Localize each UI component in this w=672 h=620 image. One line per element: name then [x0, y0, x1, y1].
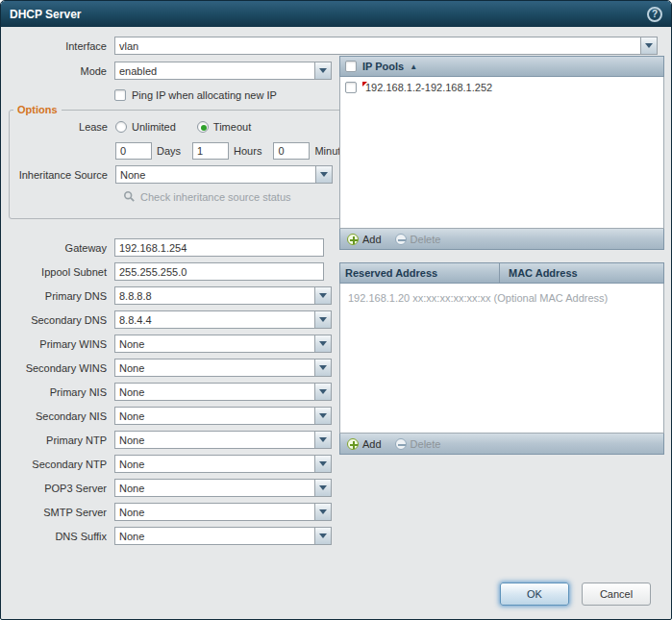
inheritance-source-select[interactable]	[115, 165, 333, 184]
row-checkbox[interactable]	[345, 82, 357, 93]
lease-row: Lease Unlimited Timeout	[10, 117, 363, 136]
chevron-down-icon[interactable]	[314, 384, 331, 400]
ip-pools-header[interactable]: IP Pools ▲	[339, 56, 664, 77]
secondary-dns-select[interactable]	[114, 310, 332, 329]
secondary-wins-input[interactable]	[115, 360, 314, 376]
hours-input[interactable]	[192, 142, 229, 160]
secondary-nis-select[interactable]	[114, 407, 332, 425]
primary-wins-select[interactable]	[114, 335, 332, 353]
chevron-down-icon[interactable]	[314, 287, 331, 304]
dhcp-server-dialog: DHCP Server ? Interface Mode Ping IP whe…	[0, 0, 672, 620]
chevron-down-icon[interactable]	[640, 37, 657, 54]
chevron-down-icon[interactable]	[314, 480, 331, 496]
secondary-ntp-select[interactable]	[114, 455, 332, 473]
ok-button[interactable]: OK	[500, 583, 569, 606]
ip-pools-header-label: IP Pools	[362, 61, 404, 72]
chevron-down-icon[interactable]	[314, 360, 331, 376]
primary-nis-row: Primary NIS	[1, 380, 339, 404]
inheritance-source-input[interactable]	[116, 166, 315, 183]
chevron-down-icon[interactable]	[314, 504, 331, 520]
pop3-server-label: POP3 Server	[1, 483, 107, 494]
reserved-delete-button[interactable]: Delete	[395, 438, 441, 450]
triangle-glyph	[319, 365, 327, 370]
secondary-ntp-input[interactable]	[115, 456, 314, 472]
minus-icon	[395, 234, 407, 245]
primary-nis-select[interactable]	[114, 383, 332, 401]
triangle-glyph	[319, 509, 327, 514]
options-legend: Options	[13, 104, 62, 115]
gateway-input[interactable]	[114, 238, 324, 257]
ip-pools-body: 192.168.1.2-192.168.1.252	[339, 77, 664, 229]
reserved-address-header[interactable]: Reserved Address	[340, 263, 500, 283]
hours-label: Hours	[234, 145, 261, 157]
cancel-button[interactable]: Cancel	[582, 583, 651, 606]
reserved-add-button[interactable]: Add	[347, 438, 382, 450]
interface-select[interactable]	[114, 37, 658, 55]
triangle-glyph	[319, 317, 327, 322]
smtp-server-label: SMTP Server	[1, 507, 107, 518]
check-inheritance-label: Check inheritance source status	[140, 191, 291, 203]
chevron-down-icon[interactable]	[314, 408, 331, 424]
primary-wins-input[interactable]	[115, 335, 314, 352]
lease-unlimited-radio[interactable]: Unlimited	[115, 121, 176, 133]
secondary-wins-label: Secondary WINS	[1, 362, 107, 374]
right-panel: IP Pools ▲ 192.168.1.2-192.168.1.252 Add…	[339, 56, 664, 455]
primary-ntp-select[interactable]	[114, 431, 332, 449]
secondary-ntp-row: Secondary NTP	[1, 452, 339, 476]
ping-checkbox[interactable]	[114, 89, 126, 101]
smtp-server-select[interactable]	[114, 503, 332, 521]
mode-select[interactable]	[114, 62, 332, 80]
minus-icon	[395, 438, 407, 450]
ip-pools-toolbar: Add Delete	[339, 229, 664, 250]
primary-ntp-input[interactable]	[115, 432, 314, 448]
secondary-wins-select[interactable]	[114, 359, 332, 377]
chevron-down-icon[interactable]	[314, 62, 331, 79]
gateway-label: Gateway	[1, 242, 107, 254]
ip-pools-delete-button[interactable]: Delete	[395, 234, 441, 245]
secondary-dns-input[interactable]	[115, 311, 314, 328]
primary-dns-input[interactable]	[115, 287, 314, 304]
reserved-body: 192.168.1.20 xx:xx:xx:xx:xx:xx (Optional…	[339, 284, 664, 434]
reserved-toolbar: Add Delete	[339, 434, 664, 455]
secondary-nis-input[interactable]	[115, 408, 314, 424]
dns-suffix-select[interactable]	[114, 527, 332, 545]
ip-pools-add-button[interactable]: Add	[347, 234, 382, 245]
interface-input[interactable]	[115, 37, 640, 54]
chevron-down-icon[interactable]	[314, 528, 331, 544]
mac-address-header[interactable]: MAC Address	[501, 267, 578, 279]
triangle-glyph	[319, 413, 327, 418]
chevron-down-icon[interactable]	[314, 456, 331, 472]
ippool-subnet-input[interactable]	[114, 262, 324, 281]
primary-wins-label: Primary WINS	[1, 338, 107, 350]
mode-input[interactable]	[115, 62, 314, 79]
interface-row: Interface	[1, 37, 672, 55]
dns-suffix-input[interactable]	[115, 528, 314, 544]
chevron-down-icon[interactable]	[314, 335, 331, 352]
smtp-server-input[interactable]	[115, 504, 314, 520]
pop3-server-input[interactable]	[115, 480, 314, 496]
minutes-input[interactable]	[273, 142, 310, 160]
delete-label: Delete	[411, 234, 441, 245]
chevron-down-icon[interactable]	[314, 432, 331, 448]
reserved-header: Reserved Address MAC Address	[339, 262, 664, 284]
primary-nis-input[interactable]	[115, 384, 314, 400]
select-all-checkbox[interactable]	[345, 61, 357, 72]
triangle-glyph	[319, 437, 327, 442]
reserved-hint: 192.168.1.20 xx:xx:xx:xx:xx:xx (Optional…	[340, 284, 663, 312]
chevron-down-icon[interactable]	[314, 311, 331, 328]
pop3-server-select[interactable]	[114, 479, 332, 497]
add-label: Add	[362, 234, 382, 245]
ip-pool-row[interactable]: 192.168.1.2-192.168.1.252	[340, 77, 663, 97]
plus-icon	[347, 438, 359, 450]
check-inheritance-link[interactable]: Check inheritance source status	[123, 189, 363, 204]
fields-column: Gateway Ippool Subnet Primary DNS Second…	[1, 236, 339, 548]
primary-wins-row: Primary WINS	[1, 332, 339, 356]
ip-pool-value[interactable]: 192.168.1.2-192.168.1.252	[363, 82, 492, 93]
help-icon[interactable]: ?	[647, 7, 662, 22]
triangle-glyph	[319, 533, 327, 538]
primary-dns-select[interactable]	[114, 286, 332, 305]
chevron-down-icon[interactable]	[315, 166, 332, 183]
lease-timeout-radio[interactable]: Timeout	[197, 121, 251, 133]
triangle-glyph	[319, 68, 327, 73]
days-input[interactable]	[115, 142, 152, 160]
